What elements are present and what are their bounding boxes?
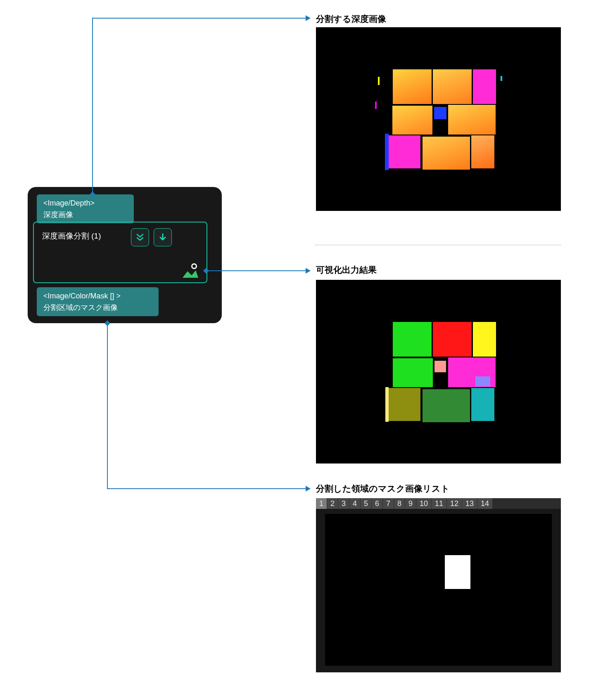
run-step-button[interactable] [154, 228, 172, 246]
svg-point-1 [192, 265, 196, 268]
mask-tab[interactable]: 2 [327, 498, 338, 509]
node-input-label: 深度画像 [43, 210, 73, 219]
mask-tab[interactable]: 5 [361, 498, 371, 509]
node-body: 深度画像分割 (1) [33, 222, 207, 283]
mask-tab[interactable]: 12 [447, 498, 462, 509]
mask-tab[interactable]: 7 [383, 498, 394, 509]
mask-tab[interactable]: 1 [316, 498, 327, 509]
heading-mask-list: 分割した領域のマスク画像リスト [316, 483, 450, 494]
depth-segmentation-node[interactable]: <Image/Depth> 深度画像 深度画像分割 (1) [28, 187, 222, 323]
chevrons-down-icon [135, 232, 145, 242]
visualize-icon [180, 263, 200, 279]
mask-tab[interactable]: 6 [372, 498, 382, 509]
node-input-tag: <Image/Depth> 深度画像 [37, 194, 134, 223]
node-output-tag: <Image/Color/Mask [] > 分割区域のマスク画像 [37, 287, 159, 316]
node-output-type: <Image/Color/Mask [] > [43, 292, 121, 300]
viz-output-panel [316, 280, 561, 464]
node-output-label: 分割区域のマスク画像 [43, 303, 118, 312]
divider [315, 245, 561, 245]
mask-tab-strip: 1 2 3 4 5 6 7 8 9 10 11 12 13 14 [316, 498, 561, 509]
depth-image-panel [316, 27, 561, 211]
mask-tab[interactable]: 9 [405, 498, 416, 509]
mask-tab[interactable]: 13 [462, 498, 477, 509]
visualize-output-button[interactable] [180, 263, 200, 279]
arrow-down-icon [158, 232, 168, 242]
mask-tab[interactable]: 10 [416, 498, 431, 509]
mask-tab[interactable]: 14 [477, 498, 492, 509]
mask-region [445, 555, 470, 589]
node-title: 深度画像分割 (1) [42, 231, 101, 241]
expand-button[interactable] [131, 228, 149, 246]
mask-image-area [325, 514, 552, 666]
mask-list-panel: 1 2 3 4 5 6 7 8 9 10 11 12 13 14 [316, 498, 561, 672]
mask-tab[interactable]: 4 [349, 498, 360, 509]
mask-tab[interactable]: 11 [432, 498, 446, 509]
heading-depth-input: 分割する深度画像 [316, 13, 386, 25]
mask-tab[interactable]: 3 [338, 498, 349, 509]
node-input-type: <Image/Depth> [43, 199, 95, 207]
heading-viz-output: 可視化出力結果 [316, 264, 377, 276]
mask-tab[interactable]: 8 [394, 498, 405, 509]
